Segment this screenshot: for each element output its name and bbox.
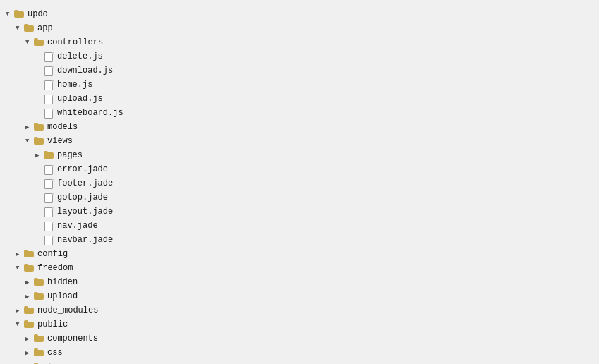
tree-item-app[interactable]: app: [6, 21, 593, 35]
item-label: views: [47, 136, 73, 146]
expand-arrow-right: [16, 250, 24, 258]
item-label: download.js: [57, 66, 113, 75]
item-label: css: [47, 348, 63, 358]
tree-item-pages[interactable]: pages: [6, 148, 593, 162]
file-tree: updoappcontrollersdelete.jsdownload.jsho…: [0, 4, 599, 364]
item-label: footer.jade: [57, 178, 113, 188]
folder-icon: [24, 320, 35, 329]
item-label: models: [47, 122, 78, 132]
file-icon: [44, 80, 55, 90]
expand-arrow-down: [25, 39, 34, 46]
item-label: layout.jade: [57, 207, 113, 217]
file-icon: [44, 235, 55, 245]
folder-icon: [44, 150, 55, 160]
file-icon: [44, 221, 55, 231]
item-label: controllers: [47, 37, 103, 47]
expand-arrow-right: [16, 307, 24, 315]
tree-item-public[interactable]: public: [6, 317, 593, 332]
tree-item-layout.jade[interactable]: layout.jade: [6, 205, 593, 219]
file-icon: [44, 207, 55, 217]
tree-item-gotop.jade[interactable]: gotop.jade: [6, 190, 593, 205]
tree-item-freedom[interactable]: freedom: [6, 261, 593, 275]
tree-item-controllers[interactable]: controllers: [6, 35, 593, 49]
tree-item-css[interactable]: css: [6, 346, 593, 360]
folder-icon: [34, 291, 45, 301]
folder-icon: [24, 23, 35, 33]
item-label: home.js: [57, 80, 92, 90]
item-label: pages: [57, 150, 83, 160]
expand-arrow-down: [16, 25, 24, 32]
expand-arrow-right: [25, 293, 34, 301]
tree-item-download.js[interactable]: download.js: [6, 63, 593, 78]
tree-item-upload2[interactable]: upload: [6, 289, 593, 303]
folder-icon: [34, 277, 45, 287]
tree-item-footer.jade[interactable]: footer.jade: [6, 176, 593, 190]
item-label: config: [37, 249, 68, 259]
expand-arrow-right: [25, 349, 34, 357]
folder-icon: [34, 136, 45, 146]
tree-item-updo[interactable]: updo: [6, 7, 593, 21]
folder-icon: [34, 348, 45, 358]
tree-item-error.jade[interactable]: error.jade: [6, 162, 593, 176]
folder-icon: [24, 249, 35, 259]
folder-icon: [24, 305, 35, 315]
item-label: updo: [28, 9, 48, 19]
tree-item-node_modules[interactable]: node_modules: [6, 303, 593, 317]
tree-item-views[interactable]: views: [6, 134, 593, 148]
file-icon: [44, 108, 55, 118]
file-icon: [44, 94, 55, 104]
tree-item-navbar.jade[interactable]: navbar.jade: [6, 233, 593, 247]
file-icon: [44, 51, 55, 61]
folder-icon: [34, 37, 45, 47]
item-label: upload: [47, 291, 78, 301]
tree-item-images[interactable]: images: [6, 360, 593, 364]
tree-item-whiteboard.js[interactable]: whiteboard.js: [6, 106, 593, 120]
file-icon: [44, 164, 55, 174]
item-label: nav.jade: [57, 221, 98, 231]
expand-arrow-right: [25, 123, 34, 131]
folder-icon: [24, 263, 35, 273]
expand-arrow-right: [25, 279, 34, 286]
expand-arrow-down: [25, 138, 34, 145]
folder-icon: [34, 122, 45, 132]
item-label: error.jade: [57, 164, 108, 174]
file-icon: [44, 178, 55, 188]
folder-icon: [34, 334, 45, 344]
item-label: whiteboard.js: [57, 108, 123, 118]
item-label: upload.js: [57, 94, 103, 104]
item-label: app: [37, 23, 53, 33]
file-icon: [44, 66, 55, 75]
tree-item-components[interactable]: components: [6, 332, 593, 346]
tree-item-config[interactable]: config: [6, 247, 593, 261]
item-label: gotop.jade: [57, 193, 108, 202]
tree-item-home.js[interactable]: home.js: [6, 78, 593, 92]
item-label: public: [37, 320, 68, 329]
expand-arrow-down: [16, 265, 24, 272]
expand-arrow-down: [6, 11, 14, 18]
item-label: freedom: [37, 263, 73, 273]
item-label: hidden: [47, 277, 78, 287]
expand-arrow-down: [16, 321, 24, 328]
expand-arrow-right: [35, 152, 44, 159]
expand-arrow-right: [25, 335, 34, 343]
item-label: navbar.jade: [57, 235, 113, 245]
folder-icon: [14, 9, 25, 19]
tree-item-hidden[interactable]: hidden: [6, 275, 593, 289]
tree-item-models[interactable]: models: [6, 120, 593, 134]
item-label: delete.js: [57, 51, 103, 61]
tree-item-nav.jade[interactable]: nav.jade: [6, 219, 593, 233]
tree-item-delete.js[interactable]: delete.js: [6, 49, 593, 63]
file-icon: [44, 193, 55, 202]
item-label: components: [47, 334, 98, 344]
item-label: node_modules: [37, 305, 98, 315]
tree-item-upload.js[interactable]: upload.js: [6, 92, 593, 106]
